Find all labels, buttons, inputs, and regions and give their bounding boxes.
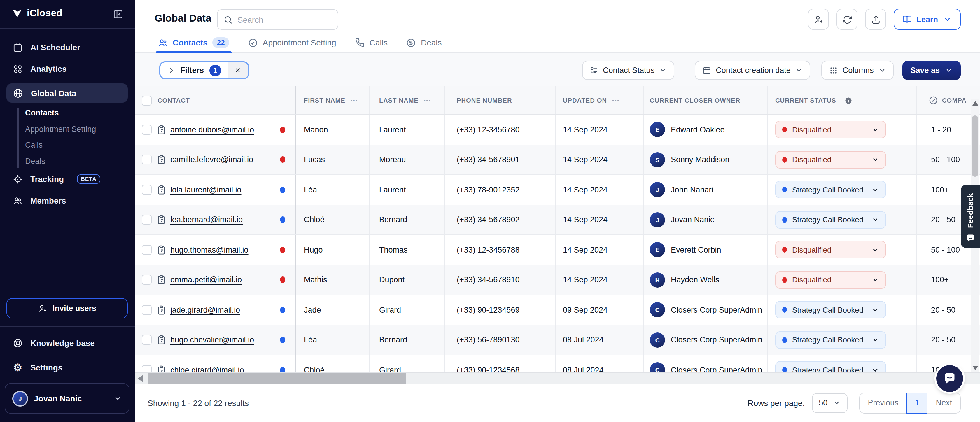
cell-phone-number: (+33) 34-5678902 xyxy=(445,205,556,234)
check-circle-icon xyxy=(248,38,258,48)
search-input[interactable] xyxy=(237,15,332,24)
row-checkbox[interactable] xyxy=(142,245,152,255)
clipboard-icon[interactable] xyxy=(156,275,166,285)
export-button[interactable] xyxy=(865,9,886,30)
row-checkbox[interactable] xyxy=(142,365,152,373)
tab-calls[interactable]: Calls xyxy=(355,33,388,53)
clipboard-icon[interactable] xyxy=(156,335,166,345)
sidebar-item-settings[interactable]: Settings xyxy=(0,358,135,377)
table-row: jade.girard@imail.io Jade Girard (+33) 9… xyxy=(135,295,980,325)
status-select[interactable]: Strategy Call Booked xyxy=(775,331,886,349)
columns-button[interactable]: Columns xyxy=(822,61,894,80)
contact-email-link[interactable]: jade.girard@imail.io xyxy=(170,306,240,314)
tab-deals[interactable]: Deals xyxy=(406,33,442,53)
row-checkbox[interactable] xyxy=(142,275,152,285)
column-header-company: COMPA xyxy=(942,97,967,104)
refresh-button[interactable] xyxy=(837,9,858,30)
filters-chip-main[interactable]: Filters 1 xyxy=(161,62,228,78)
contact-email-link[interactable]: antoine.dubois@imail.io xyxy=(170,126,254,134)
filters-chip[interactable]: Filters 1 xyxy=(159,61,249,79)
sidebar-subitem-appointment-setting[interactable]: Appointment Setting xyxy=(25,121,130,137)
clipboard-icon[interactable] xyxy=(156,185,166,195)
scroll-up-arrow-icon[interactable] xyxy=(972,101,978,105)
tab-contacts[interactable]: Contacts 22 xyxy=(158,33,229,53)
add-contact-button[interactable] xyxy=(808,9,829,30)
sidebar-item-ai-scheduler[interactable]: AI Scheduler xyxy=(0,37,135,57)
contact-email-link[interactable]: lola.laurent@imail.io xyxy=(170,185,242,194)
contact-status-filter-button[interactable]: Contact Status xyxy=(582,61,675,80)
row-checkbox[interactable] xyxy=(142,335,152,345)
save-as-button[interactable]: Save as xyxy=(902,61,961,80)
header-actions: Learn xyxy=(808,9,961,30)
sidebar-item-knowledge-base[interactable]: Knowledge base xyxy=(0,334,135,352)
scroll-left-arrow-icon[interactable] xyxy=(138,375,143,382)
cell-phone-number: (+33) 34-5678910 xyxy=(445,265,556,295)
chat-widget-button[interactable] xyxy=(936,365,963,392)
clipboard-icon[interactable] xyxy=(156,215,166,225)
clipboard-icon[interactable] xyxy=(156,245,166,255)
contact-email-link[interactable]: emma.petit@imail.io xyxy=(170,275,242,284)
search-box[interactable] xyxy=(217,10,338,30)
next-page-button[interactable]: Next xyxy=(928,393,960,413)
sidebar-subitem-contacts[interactable]: Contacts xyxy=(25,105,130,121)
contact-email-link[interactable]: chloe.girard@imail.io xyxy=(170,366,244,373)
current-page-button[interactable]: 1 xyxy=(907,393,928,414)
user-menu[interactable]: J Jovan Nanic xyxy=(5,383,129,414)
sidebar-item-tracking[interactable]: Tracking BETA xyxy=(0,169,135,189)
feedback-tab[interactable]: Feedback xyxy=(961,185,980,248)
status-select[interactable]: Disqualified xyxy=(775,121,886,139)
rows-per-page-select[interactable]: 50 xyxy=(812,393,847,413)
contact-status-dot xyxy=(280,187,285,193)
sidebar-item-global-data[interactable]: Global Data xyxy=(6,83,128,103)
contact-status-dot xyxy=(280,307,285,313)
dollar-circle-icon xyxy=(406,38,416,48)
tab-appointment-setting[interactable]: Appointment Setting xyxy=(248,33,336,53)
sidebar-item-members[interactable]: Members xyxy=(0,191,135,210)
row-checkbox[interactable] xyxy=(142,305,152,315)
select-all-checkbox[interactable] xyxy=(142,96,152,105)
column-menu-icon[interactable] xyxy=(351,98,358,103)
sidebar-item-analytics[interactable]: Analytics xyxy=(0,59,135,79)
column-menu-icon[interactable] xyxy=(424,98,431,103)
cell-first-name: Jade xyxy=(296,295,370,325)
contact-email-link[interactable]: lea.bernard@imail.io xyxy=(170,215,243,224)
clipboard-icon[interactable] xyxy=(156,155,166,165)
clipboard-icon[interactable] xyxy=(156,365,166,373)
contact-email-link[interactable]: hugo.chevalier@imail.io xyxy=(170,336,254,344)
sidebar-collapse-icon[interactable] xyxy=(111,8,124,21)
contact-email-link[interactable]: camille.lefevre@imail.io xyxy=(170,155,253,164)
horizontal-scrollbar-thumb[interactable] xyxy=(148,373,406,384)
status-select[interactable]: Strategy Call Booked xyxy=(775,211,886,229)
status-select[interactable]: Strategy Call Booked xyxy=(775,301,886,319)
status-select[interactable]: Disqualified xyxy=(775,271,886,289)
contact-status-dot xyxy=(280,127,285,133)
clipboard-icon[interactable] xyxy=(156,305,166,315)
column-menu-icon[interactable] xyxy=(612,98,620,103)
status-dot-icon xyxy=(782,367,787,373)
row-checkbox[interactable] xyxy=(142,155,152,165)
scroll-down-arrow-icon[interactable] xyxy=(972,366,978,370)
status-select[interactable]: Strategy Call Booked xyxy=(775,181,886,199)
cell-last-name: Girard xyxy=(370,355,445,372)
creation-date-filter-button[interactable]: Contact creation date xyxy=(695,61,811,80)
sidebar-subitem-calls[interactable]: Calls xyxy=(25,137,130,153)
clipboard-icon[interactable] xyxy=(156,125,166,135)
vertical-scrollbar-thumb[interactable] xyxy=(972,115,978,177)
status-select[interactable]: Disqualified xyxy=(775,151,886,169)
cell-first-name: Léa xyxy=(296,325,370,355)
owner-name: Edward Oaklee xyxy=(671,126,725,134)
clear-filters-button[interactable] xyxy=(228,62,248,78)
horizontal-scrollbar[interactable] xyxy=(135,372,980,384)
invite-users-button[interactable]: Invite users xyxy=(6,298,128,318)
cell-last-name: Moreau xyxy=(370,145,445,174)
row-checkbox[interactable] xyxy=(142,185,152,195)
info-icon[interactable] xyxy=(845,96,853,105)
row-checkbox[interactable] xyxy=(142,215,152,225)
previous-page-button[interactable]: Previous xyxy=(859,393,907,413)
status-select[interactable]: Disqualified xyxy=(775,241,886,259)
sidebar-subitem-deals[interactable]: Deals xyxy=(25,153,130,169)
learn-button[interactable]: Learn xyxy=(894,9,961,30)
contact-email-link[interactable]: hugo.thomas@imail.io xyxy=(170,245,248,254)
row-checkbox[interactable] xyxy=(142,125,152,135)
status-select[interactable]: Strategy Call Booked xyxy=(775,361,886,373)
